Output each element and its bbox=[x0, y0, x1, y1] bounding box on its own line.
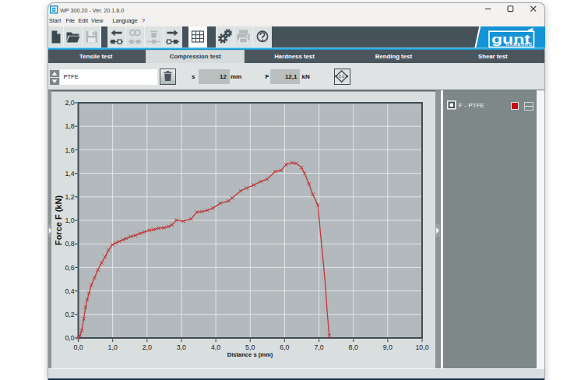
svg-text:1,4: 1,4 bbox=[65, 170, 74, 178]
svg-text:0,6: 0,6 bbox=[65, 264, 74, 272]
svg-text:10,0: 10,0 bbox=[415, 343, 428, 351]
svg-text:6,0: 6,0 bbox=[280, 343, 289, 351]
svg-text:HAMBURG: HAMBURG bbox=[505, 42, 532, 47]
svg-text:0,8: 0,8 bbox=[65, 240, 74, 248]
svg-text:9,0: 9,0 bbox=[383, 343, 393, 351]
svg-text:Force F (kN): Force F (kN) bbox=[54, 195, 63, 246]
svg-text:1,2: 1,2 bbox=[65, 193, 74, 201]
svg-text:0,2: 0,2 bbox=[65, 311, 74, 318]
svg-text:4,0: 4,0 bbox=[211, 343, 220, 351]
svg-text:Distance s (mm): Distance s (mm) bbox=[227, 351, 273, 358]
svg-text:5,0: 5,0 bbox=[245, 343, 255, 351]
svg-text:1,0: 1,0 bbox=[65, 216, 74, 224]
svg-text:0,0: 0,0 bbox=[73, 343, 83, 351]
svg-text:1,0: 1,0 bbox=[108, 343, 118, 351]
svg-text:1,8: 1,8 bbox=[65, 122, 74, 130]
svg-text:2,0: 2,0 bbox=[65, 99, 74, 107]
svg-text:8,0: 8,0 bbox=[349, 343, 358, 351]
svg-text:7,0: 7,0 bbox=[314, 343, 323, 351]
svg-text:3,0: 3,0 bbox=[177, 343, 186, 351]
svg-text:2,0: 2,0 bbox=[143, 343, 152, 351]
svg-text:0,0: 0,0 bbox=[65, 334, 74, 342]
svg-text:1,6: 1,6 bbox=[65, 146, 74, 154]
svg-text:0,4: 0,4 bbox=[65, 287, 74, 295]
svg-text:0.0: 0.0 bbox=[339, 74, 345, 79]
